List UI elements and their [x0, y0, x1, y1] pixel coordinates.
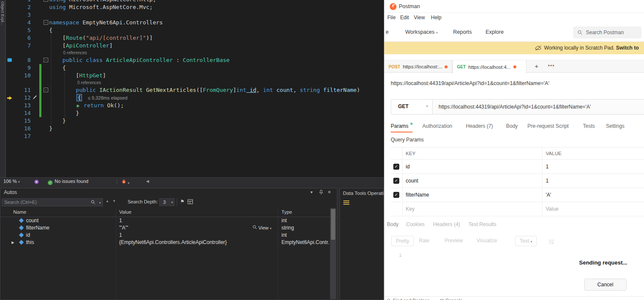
param-row[interactable]: ✓id1: [391, 160, 644, 174]
param-key-placeholder[interactable]: Key: [406, 206, 415, 212]
checkbox-checked[interactable]: ✓: [393, 192, 399, 198]
nav-explore[interactable]: Explore: [486, 29, 503, 35]
code-line[interactable]: 15 }: [6, 117, 384, 125]
param-row[interactable]: ✓count1: [391, 174, 644, 188]
search-depth-dropdown[interactable]: 3▾: [159, 198, 175, 206]
nav-home-clipped[interactable]: e: [386, 29, 389, 35]
data-tools-icon[interactable]: [343, 200, 349, 206]
bookmark-icon[interactable]: [7, 58, 12, 62]
flag-icon[interactable]: ⚑: [180, 199, 184, 204]
code-editor[interactable]: 1-using Microsoft.AspNetCore.Http;2using…: [6, 0, 384, 177]
flame-icon[interactable]: ▾: [121, 179, 129, 187]
pin-icon[interactable]: [319, 190, 323, 196]
search-icon[interactable]: [91, 200, 96, 207]
fold-marker-icon[interactable]: -: [44, 88, 48, 92]
column-name[interactable]: Name: [13, 209, 26, 215]
new-tab-button[interactable]: +: [535, 62, 539, 70]
tab-authorization[interactable]: Authorization: [422, 121, 452, 132]
wrap-text-icon[interactable]: [548, 238, 554, 246]
search-prev-icon[interactable]: ▴: [106, 199, 108, 203]
codelens-references[interactable]: 0 references: [6, 50, 384, 56]
code-line[interactable]: 1-using Microsoft.AspNetCore.Http;: [6, 0, 384, 3]
cancel-button[interactable]: Cancel: [584, 279, 626, 291]
scrollbar[interactable]: [330, 208, 336, 299]
code-line[interactable]: 4-namespace EmptyNet6Api.Controllers: [6, 19, 384, 26]
find-and-replace-button[interactable]: Find and Replace: [387, 298, 430, 300]
search-postman-input[interactable]: Search Postman: [573, 26, 641, 38]
scrollbar-thumb[interactable]: [331, 209, 335, 240]
fold-marker-icon[interactable]: -: [44, 0, 48, 2]
menu-help[interactable]: Help: [431, 15, 442, 21]
code-line[interactable]: 17: [6, 132, 384, 140]
watch-name[interactable]: this: [26, 239, 34, 246]
tab-pre-request-script[interactable]: Pre-request Script: [527, 121, 569, 132]
autos-column-headers[interactable]: Name Value Type: [0, 208, 337, 217]
url-input[interactable]: https://localhost:44319/api/ArticleApi?i…: [433, 100, 644, 114]
menu-file[interactable]: File: [387, 15, 395, 21]
fold-marker-icon[interactable]: -: [44, 20, 48, 25]
view-button[interactable]: View ▾: [252, 224, 272, 232]
watch-name[interactable]: count: [26, 217, 38, 224]
code-line[interactable]: 16}: [6, 125, 384, 132]
search-input[interactable]: Search (Ctrl+E) ▾: [2, 198, 103, 206]
tab-headers-7-[interactable]: Headers (7): [466, 121, 493, 132]
response-view-raw[interactable]: Raw: [419, 238, 429, 244]
fold-marker-icon[interactable]: -: [44, 58, 48, 62]
checkbox-checked[interactable]: ✓: [393, 164, 399, 170]
response-tab-body[interactable]: Body: [387, 221, 398, 227]
param-value-placeholder[interactable]: Value: [546, 206, 559, 212]
code-line[interactable]: 10 [HttpGet]: [6, 72, 384, 79]
watch-row[interactable]: ▶this{EmptyNet6Api.Controllers.ArticleAp…: [0, 239, 330, 246]
code-line[interactable]: 7 [ApiController]: [6, 42, 384, 50]
param-key-cell[interactable]: filterName: [406, 192, 429, 198]
tab-settings[interactable]: Settings: [606, 121, 624, 132]
param-value-cell[interactable]: 1: [546, 164, 549, 170]
column-type[interactable]: Type: [281, 209, 292, 215]
nav-reports[interactable]: Reports: [453, 29, 472, 35]
scroll-left-arrow-icon[interactable]: ◀: [146, 178, 149, 185]
watch-value[interactable]: 1: [119, 232, 122, 239]
code-line[interactable]: 2using Microsoft.AspNetCore.Mvc;: [6, 3, 384, 11]
code-line[interactable]: 12 {≤ 9,328ms elapsed: [6, 94, 384, 102]
checkbox-checked[interactable]: ✓: [393, 178, 399, 184]
run-to-cursor-icon[interactable]: ▶: [76, 103, 81, 109]
watch-value[interactable]: 1: [119, 217, 122, 224]
code-line[interactable]: 8- public class ArticleApiController : C…: [6, 56, 384, 64]
codelens-references[interactable]: 0 references: [6, 79, 384, 86]
grid-icon[interactable]: [187, 199, 193, 205]
nav-workspaces[interactable]: Workspaces ▾: [405, 29, 438, 35]
code-line[interactable]: 6 [Route("api/[controller]")]: [6, 34, 384, 42]
response-tab-headers-4-[interactable]: Headers (4): [433, 221, 460, 227]
request-tab[interactable]: POSThttps://localhost:...: [384, 60, 452, 73]
search-next-icon[interactable]: ▾: [113, 199, 115, 203]
menu-view[interactable]: View: [414, 15, 425, 21]
watch-row[interactable]: count1int: [0, 217, 330, 224]
chevron-down-icon[interactable]: ▾: [99, 199, 101, 206]
column-value[interactable]: Value: [119, 209, 132, 215]
param-new-row[interactable]: KeyValue: [391, 202, 644, 216]
tab-tests[interactable]: Tests: [583, 121, 595, 132]
param-value-cell[interactable]: 1: [546, 178, 549, 184]
expander-icon[interactable]: ▶: [12, 239, 14, 246]
console-button[interactable]: Console: [440, 298, 463, 300]
watch-name[interactable]: id: [26, 232, 30, 239]
param-key-cell[interactable]: count: [406, 178, 418, 184]
banner-cta[interactable]: Switch to: [616, 45, 639, 51]
current-statement-arrow-icon[interactable]: [7, 94, 12, 102]
response-tab-cookies[interactable]: Cookies: [406, 221, 424, 227]
response-view-preview[interactable]: Preview: [445, 238, 463, 244]
code-line[interactable]: 11- public IActionResult GetNextArticles…: [6, 86, 384, 94]
more-options-icon[interactable]: •••: [548, 63, 555, 69]
watch-name[interactable]: filterName: [26, 224, 50, 232]
request-tab[interactable]: GEThttps://localhost:4...: [452, 60, 527, 74]
watch-row[interactable]: id1int: [0, 232, 330, 239]
watch-value[interactable]: {EmptyNet6Api.Controllers.ArticleApiCont…: [119, 239, 227, 246]
code-line[interactable]: 3: [6, 11, 384, 19]
menu-edit[interactable]: Edit: [400, 15, 409, 21]
object-explorer-tab[interactable]: Object Expl...: [0, 0, 5, 26]
code-line[interactable]: 9 {: [6, 64, 384, 72]
watch-value[interactable]: "'A'": [119, 224, 128, 232]
watch-row[interactable]: filterName"'A'" View ▾string: [0, 224, 330, 232]
param-row[interactable]: ✓filterName'A': [391, 188, 644, 202]
format-select[interactable]: Text ▾: [515, 236, 537, 246]
